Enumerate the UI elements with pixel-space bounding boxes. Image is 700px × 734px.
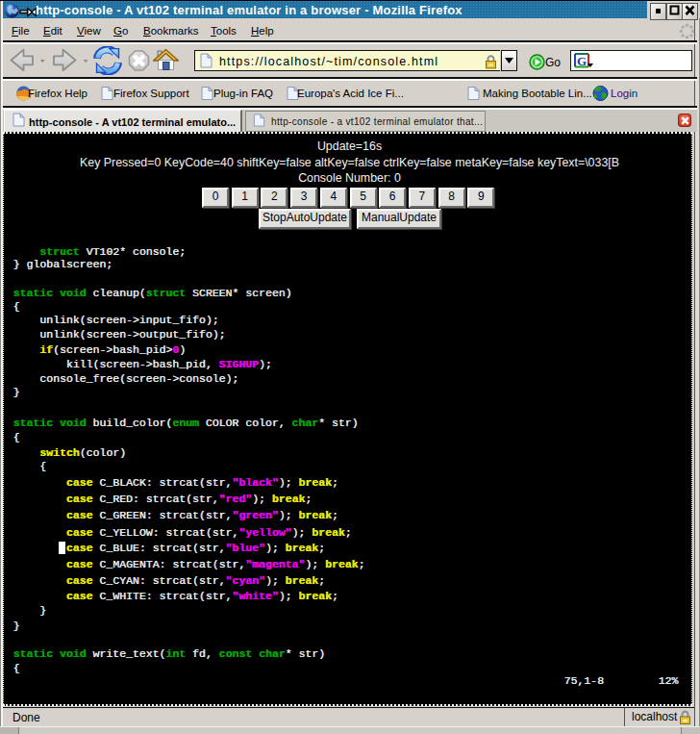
svg-text:G: G: [577, 54, 587, 68]
